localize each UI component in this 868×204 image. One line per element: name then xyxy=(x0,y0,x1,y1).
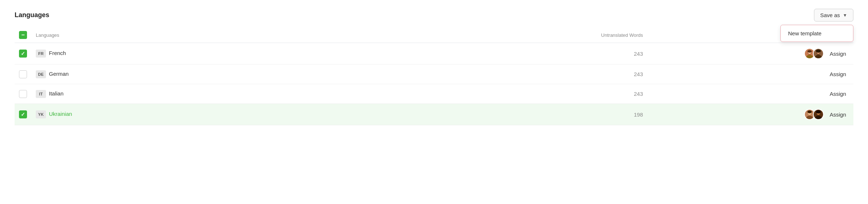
table-row: FRFrench243 Assign xyxy=(15,43,853,64)
page-title: Languages xyxy=(15,11,49,19)
untranslated-words-column-header: Untranslated Words xyxy=(483,27,647,43)
lang-name-french: French xyxy=(49,50,66,56)
lang-code-italian: IT xyxy=(36,90,46,98)
checkbox-german[interactable] xyxy=(19,70,27,78)
untranslated-words-french: 243 xyxy=(483,43,647,64)
svg-point-13 xyxy=(807,110,812,113)
new-template-item[interactable]: New template xyxy=(781,25,853,42)
lang-code-ukrainian: YK xyxy=(36,110,46,118)
svg-point-17 xyxy=(816,110,821,114)
lang-name-german: German xyxy=(49,71,69,77)
untranslated-words-german: 243 xyxy=(483,64,647,84)
untranslated-words-italian: 243 xyxy=(483,84,647,104)
save-as-label: Save as xyxy=(820,12,840,18)
avatars-french xyxy=(804,48,824,59)
assign-button-ukrainian[interactable]: Assign xyxy=(827,110,849,119)
save-as-button[interactable]: Save as ▼ xyxy=(814,9,853,21)
languages-column-header: Languages xyxy=(31,27,483,43)
lang-code-french: FR xyxy=(36,50,46,58)
lang-code-german: DE xyxy=(36,70,46,78)
save-as-container: Save as ▼ New template xyxy=(814,9,853,21)
languages-table: Languages Untranslated Words FRFrench243… xyxy=(15,27,853,125)
checkbox-italian[interactable] xyxy=(19,90,27,98)
assign-button-german[interactable]: Assign xyxy=(827,70,849,79)
table-row: YKUkrainian198 Assign xyxy=(15,104,853,125)
lang-name-ukrainian: Ukrainian xyxy=(49,111,72,117)
actions-ukrainian: Assign xyxy=(652,109,849,120)
select-all-checkbox[interactable] xyxy=(19,31,27,39)
lang-name-italian: Italian xyxy=(49,90,64,97)
untranslated-words-ukrainian: 198 xyxy=(483,104,647,125)
assign-button-french[interactable]: Assign xyxy=(827,49,849,58)
actions-italian: Assign xyxy=(652,89,849,98)
avatar xyxy=(813,48,824,59)
svg-point-9 xyxy=(816,50,821,53)
table-row: DEGerman243Assign xyxy=(15,64,853,84)
chevron-down-icon: ▼ xyxy=(843,13,847,18)
checkbox-ukrainian[interactable] xyxy=(19,110,27,118)
select-all-header xyxy=(15,27,31,43)
page-header: Languages Save as ▼ New template xyxy=(15,9,853,21)
checkbox-french[interactable] xyxy=(19,50,27,58)
avatars-ukrainian xyxy=(804,109,824,120)
table-header-row: Languages Untranslated Words xyxy=(15,27,853,43)
save-as-dropdown: New template xyxy=(780,25,853,42)
table-row: ITItalian243Assign xyxy=(15,84,853,104)
actions-french: Assign xyxy=(652,48,849,59)
svg-point-4 xyxy=(807,50,812,52)
actions-german: Assign xyxy=(652,70,849,79)
avatar xyxy=(813,109,824,120)
assign-button-italian[interactable]: Assign xyxy=(827,89,849,98)
